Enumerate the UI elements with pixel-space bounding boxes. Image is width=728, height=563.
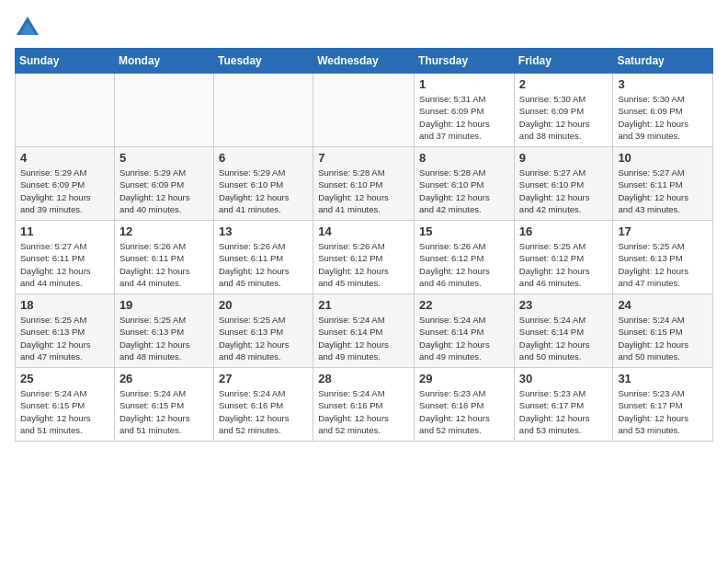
day-info: Sunrise: 5:24 AM Sunset: 6:15 PM Dayligh… [618,314,708,362]
day-info: Sunrise: 5:28 AM Sunset: 6:10 PM Dayligh… [318,167,409,215]
day-number: 19 [119,298,209,312]
calendar: SundayMondayTuesdayWednesdayThursdayFrid… [15,48,713,442]
day-info: Sunrise: 5:26 AM Sunset: 6:11 PM Dayligh… [119,240,209,289]
day-number: 16 [519,224,609,238]
day-info: Sunrise: 5:23 AM Sunset: 6:16 PM Dayligh… [419,387,509,436]
day-info: Sunrise: 5:25 AM Sunset: 6:13 PM Dayligh… [119,314,209,362]
day-number: 15 [419,224,509,238]
day-number: 20 [219,298,308,312]
day-number: 7 [318,151,409,165]
day-number: 24 [618,298,708,312]
day-info: Sunrise: 5:25 AM Sunset: 6:12 PM Dayligh… [519,240,609,289]
calendar-cell: 5Sunrise: 5:29 AM Sunset: 6:09 PM Daylig… [114,147,213,221]
day-info: Sunrise: 5:24 AM Sunset: 6:15 PM Dayligh… [20,387,109,436]
day-info: Sunrise: 5:25 AM Sunset: 6:13 PM Dayligh… [20,314,109,362]
day-info: Sunrise: 5:26 AM Sunset: 6:11 PM Dayligh… [219,240,308,289]
day-info: Sunrise: 5:28 AM Sunset: 6:10 PM Dayligh… [419,167,509,215]
calendar-cell: 18Sunrise: 5:25 AM Sunset: 6:13 PM Dayli… [16,294,115,368]
day-info: Sunrise: 5:29 AM Sunset: 6:09 PM Dayligh… [119,167,209,215]
logo-icon [15,15,40,40]
day-number: 11 [20,224,109,238]
day-number: 18 [20,298,109,312]
calendar-cell: 14Sunrise: 5:26 AM Sunset: 6:12 PM Dayli… [313,221,415,294]
day-info: Sunrise: 5:25 AM Sunset: 6:13 PM Dayligh… [618,240,708,289]
day-info: Sunrise: 5:29 AM Sunset: 6:09 PM Dayligh… [20,167,109,215]
day-info: Sunrise: 5:23 AM Sunset: 6:17 PM Dayligh… [618,387,708,436]
day-number: 6 [219,151,308,165]
day-number: 4 [20,151,109,165]
day-number: 2 [519,77,609,91]
day-info: Sunrise: 5:31 AM Sunset: 6:09 PM Dayligh… [419,93,509,142]
day-number: 10 [618,151,708,165]
calendar-header-row: SundayMondayTuesdayWednesdayThursdayFrid… [16,49,713,74]
calendar-week-row: 4Sunrise: 5:29 AM Sunset: 6:09 PM Daylig… [16,147,713,221]
calendar-week-row: 1Sunrise: 5:31 AM Sunset: 6:09 PM Daylig… [16,74,713,147]
day-info: Sunrise: 5:24 AM Sunset: 6:14 PM Dayligh… [318,314,409,362]
calendar-header-sunday: Sunday [16,49,115,74]
calendar-cell [213,74,313,147]
calendar-cell: 29Sunrise: 5:23 AM Sunset: 6:16 PM Dayli… [415,368,515,442]
day-number: 1 [419,77,509,91]
day-info: Sunrise: 5:27 AM Sunset: 6:10 PM Dayligh… [519,167,609,215]
day-info: Sunrise: 5:29 AM Sunset: 6:10 PM Dayligh… [219,167,308,215]
day-number: 13 [219,224,308,238]
logo [15,15,44,40]
calendar-header-friday: Friday [514,49,613,74]
calendar-header-tuesday: Tuesday [213,49,313,74]
day-info: Sunrise: 5:25 AM Sunset: 6:13 PM Dayligh… [219,314,308,362]
calendar-cell: 20Sunrise: 5:25 AM Sunset: 6:13 PM Dayli… [213,294,313,368]
calendar-header-thursday: Thursday [415,49,515,74]
day-info: Sunrise: 5:27 AM Sunset: 6:11 PM Dayligh… [618,167,708,215]
day-number: 22 [419,298,509,312]
day-number: 14 [318,224,409,238]
calendar-cell: 3Sunrise: 5:30 AM Sunset: 6:09 PM Daylig… [613,74,713,147]
calendar-header-saturday: Saturday [613,49,713,74]
calendar-header-monday: Monday [114,49,213,74]
day-number: 5 [119,151,209,165]
calendar-cell: 22Sunrise: 5:24 AM Sunset: 6:14 PM Dayli… [415,294,515,368]
day-number: 29 [419,372,509,385]
day-number: 17 [618,224,708,238]
day-info: Sunrise: 5:30 AM Sunset: 6:09 PM Dayligh… [519,93,609,142]
calendar-cell: 12Sunrise: 5:26 AM Sunset: 6:11 PM Dayli… [114,221,213,294]
day-number: 28 [318,372,409,385]
day-number: 30 [519,372,609,385]
calendar-cell: 26Sunrise: 5:24 AM Sunset: 6:15 PM Dayli… [114,368,213,442]
day-info: Sunrise: 5:24 AM Sunset: 6:14 PM Dayligh… [419,314,509,362]
calendar-week-row: 11Sunrise: 5:27 AM Sunset: 6:11 PM Dayli… [16,221,713,294]
day-number: 8 [419,151,509,165]
calendar-cell: 6Sunrise: 5:29 AM Sunset: 6:10 PM Daylig… [213,147,313,221]
calendar-cell: 7Sunrise: 5:28 AM Sunset: 6:10 PM Daylig… [313,147,415,221]
calendar-cell: 23Sunrise: 5:24 AM Sunset: 6:14 PM Dayli… [514,294,613,368]
calendar-cell: 13Sunrise: 5:26 AM Sunset: 6:11 PM Dayli… [213,221,313,294]
day-info: Sunrise: 5:26 AM Sunset: 6:12 PM Dayligh… [318,240,409,289]
day-number: 27 [219,372,308,385]
calendar-cell: 28Sunrise: 5:24 AM Sunset: 6:16 PM Dayli… [313,368,415,442]
day-info: Sunrise: 5:27 AM Sunset: 6:11 PM Dayligh… [20,240,109,289]
page-header [15,15,713,40]
calendar-cell: 24Sunrise: 5:24 AM Sunset: 6:15 PM Dayli… [613,294,713,368]
calendar-cell: 8Sunrise: 5:28 AM Sunset: 6:10 PM Daylig… [415,147,515,221]
day-number: 26 [119,372,209,385]
calendar-cell [313,74,415,147]
calendar-cell: 15Sunrise: 5:26 AM Sunset: 6:12 PM Dayli… [415,221,515,294]
calendar-cell: 2Sunrise: 5:30 AM Sunset: 6:09 PM Daylig… [514,74,613,147]
day-number: 12 [119,224,209,238]
calendar-cell [114,74,213,147]
calendar-cell: 21Sunrise: 5:24 AM Sunset: 6:14 PM Dayli… [313,294,415,368]
calendar-cell: 17Sunrise: 5:25 AM Sunset: 6:13 PM Dayli… [613,221,713,294]
calendar-cell: 1Sunrise: 5:31 AM Sunset: 6:09 PM Daylig… [415,74,515,147]
calendar-header-wednesday: Wednesday [313,49,415,74]
calendar-cell: 30Sunrise: 5:23 AM Sunset: 6:17 PM Dayli… [514,368,613,442]
calendar-week-row: 25Sunrise: 5:24 AM Sunset: 6:15 PM Dayli… [16,368,713,442]
day-info: Sunrise: 5:23 AM Sunset: 6:17 PM Dayligh… [519,387,609,436]
day-number: 31 [618,372,708,385]
day-info: Sunrise: 5:26 AM Sunset: 6:12 PM Dayligh… [419,240,509,289]
day-info: Sunrise: 5:24 AM Sunset: 6:14 PM Dayligh… [519,314,609,362]
calendar-cell: 11Sunrise: 5:27 AM Sunset: 6:11 PM Dayli… [16,221,115,294]
day-number: 23 [519,298,609,312]
calendar-cell: 19Sunrise: 5:25 AM Sunset: 6:13 PM Dayli… [114,294,213,368]
calendar-cell: 16Sunrise: 5:25 AM Sunset: 6:12 PM Dayli… [514,221,613,294]
day-number: 9 [519,151,609,165]
day-info: Sunrise: 5:30 AM Sunset: 6:09 PM Dayligh… [618,93,708,142]
